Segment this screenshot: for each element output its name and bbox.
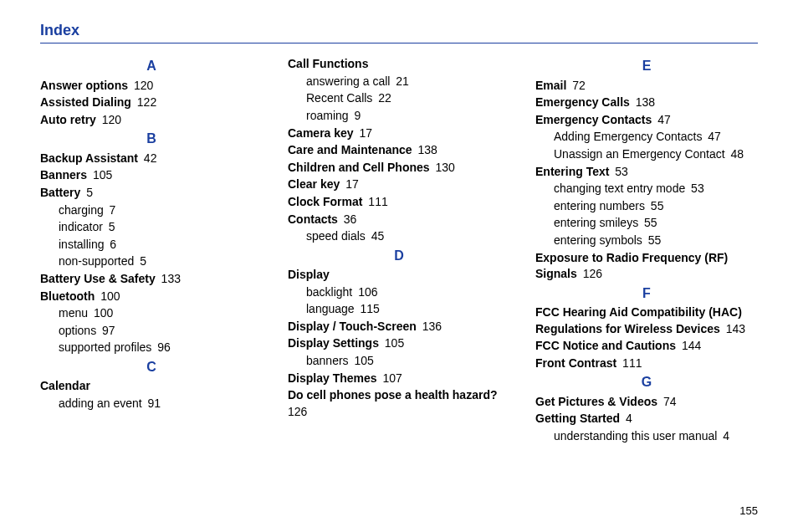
index-entry: Emergency Calls 138 (535, 95, 758, 111)
entry-page: 47 (652, 113, 670, 126)
index-subentry: backlight 106 (306, 284, 510, 301)
index-entry: Battery Use & Safety 133 (40, 271, 263, 288)
index-subentry: options 97 (59, 323, 263, 340)
index-subentry: language 115 (306, 301, 510, 318)
index-subentry: banners 105 (306, 353, 510, 370)
entry-term: installing (59, 238, 104, 251)
entry-page: 36 (338, 212, 356, 226)
entry-term: Exposure to Radio Frequency (RF) Signals (535, 251, 728, 281)
entry-term: entering symbols (554, 233, 642, 247)
entry-term: language (306, 302, 355, 315)
entry-page: 105 (349, 354, 374, 367)
entry-page: 21 (390, 74, 408, 88)
entry-page: 143 (720, 322, 745, 335)
section-letter: D (288, 247, 510, 265)
entry-page: 53 (685, 182, 703, 195)
index-entry: Display Settings 105 (288, 335, 510, 352)
entry-page: 74 (657, 395, 676, 408)
entry-page: 111 (616, 356, 642, 370)
entry-term: non-supported (59, 254, 134, 268)
entry-page: 107 (377, 371, 402, 385)
entry-page: 53 (609, 165, 627, 178)
entry-page: 55 (645, 199, 663, 212)
index-entry: Camera key 17 (288, 125, 510, 142)
entry-term: Get Pictures & Videos (535, 395, 657, 408)
index-subentry: understanding this user manual 4 (554, 428, 758, 445)
index-column: AAnswer options 120Assisted Dialing 122A… (40, 55, 263, 445)
index-entry: Backup Assistant 42 (40, 151, 263, 167)
entry-term: adding an event (59, 396, 142, 410)
index-subentry: entering symbols 55 (554, 233, 758, 249)
entry-term: Emergency Calls (535, 95, 630, 109)
entry-term: FCC Hearing Aid Compatibility (HAC) Regu… (535, 305, 742, 335)
index-entry: Contacts 36 (288, 212, 510, 228)
entry-page: 120 (128, 79, 153, 92)
index-entry: Display Themes 107 (288, 371, 510, 387)
index-subentry: charging 7 (59, 202, 263, 219)
entry-term: Banners (40, 168, 87, 182)
entry-term: menu (59, 306, 88, 320)
entry-page: 138 (630, 95, 655, 109)
entry-term: Contacts (288, 212, 338, 226)
index-subentry: non-supported 5 (59, 253, 263, 270)
entry-term: Children and Cell Phones (288, 161, 430, 174)
entry-page: 4 (717, 429, 729, 442)
entry-term: Bluetooth (40, 289, 95, 303)
entry-term: entering smileys (554, 216, 638, 229)
entry-term: Entering Text (535, 165, 609, 178)
index-entry: Battery 5 (40, 185, 263, 202)
section-letter: G (535, 373, 758, 391)
index-entry: Front Contrast 111 (535, 356, 758, 372)
entry-page: 6 (104, 238, 116, 251)
entry-page: 17 (340, 177, 358, 191)
entry-page: 7 (104, 203, 116, 217)
entry-page: 5 (134, 254, 146, 268)
index-entry: Do cell phones pose a health hazard? 126 (288, 387, 510, 420)
index-entry: FCC Hearing Aid Compatibility (HAC) Regu… (535, 304, 758, 337)
index-entry: Children and Cell Phones 130 (288, 160, 510, 176)
index-subentry: entering smileys 55 (554, 215, 758, 232)
entry-term: Clock Format (288, 195, 362, 208)
entry-term: Assisted Dialing (40, 95, 131, 109)
entry-term: Emergency Contacts (535, 113, 652, 126)
index-subentry: Unassign an Emergency Contact 48 (554, 146, 758, 163)
entry-term: entering numbers (554, 199, 645, 212)
index-entry: Getting Started 4 (535, 411, 758, 427)
entry-page: 100 (88, 306, 113, 320)
entry-page: 4 (620, 412, 632, 425)
index-entry: Bluetooth 100 (40, 289, 263, 305)
index-subentry: roaming 9 (306, 108, 510, 125)
entry-page: 55 (638, 216, 657, 229)
entry-page: 91 (142, 396, 161, 410)
entry-page: 115 (355, 302, 380, 315)
entry-term: understanding this user manual (554, 429, 717, 442)
section-letter: C (40, 358, 263, 376)
entry-term: Display Settings (288, 336, 379, 350)
index-entry: Display (288, 267, 510, 284)
entry-term: banners (306, 354, 349, 367)
entry-term: Clear key (288, 177, 340, 191)
entry-page: 144 (676, 339, 701, 352)
entry-term: speed dials (306, 229, 366, 243)
entry-page: 136 (417, 320, 442, 333)
entry-page: 138 (412, 143, 437, 156)
index-entry: Care and Maintenance 138 (288, 142, 510, 159)
index-entry: Get Pictures & Videos 74 (535, 394, 758, 411)
entry-term: FCC Notice and Cautions (535, 339, 676, 352)
entry-term: Recent Calls (306, 91, 372, 105)
entry-term: Battery (40, 186, 80, 199)
index-entry: Clock Format 111 (288, 194, 510, 211)
entry-term: Do cell phones pose a health hazard? (288, 388, 498, 402)
entry-page: 42 (138, 151, 156, 165)
index-columns: AAnswer options 120Assisted Dialing 122A… (40, 55, 758, 445)
entry-term: Email (535, 79, 566, 92)
entry-term: charging (59, 203, 104, 217)
entry-term: Getting Started (535, 412, 620, 425)
section-letter: E (535, 57, 758, 75)
index-subentry: adding an event 91 (59, 396, 263, 412)
index-entry: Auto retry 120 (40, 112, 263, 129)
index-column: EEmail 72Emergency Calls 138Emergency Co… (535, 55, 758, 445)
index-entry: Display / Touch-Screen 136 (288, 319, 510, 335)
section-letter: A (40, 57, 263, 75)
index-entry: Email 72 (535, 78, 758, 95)
